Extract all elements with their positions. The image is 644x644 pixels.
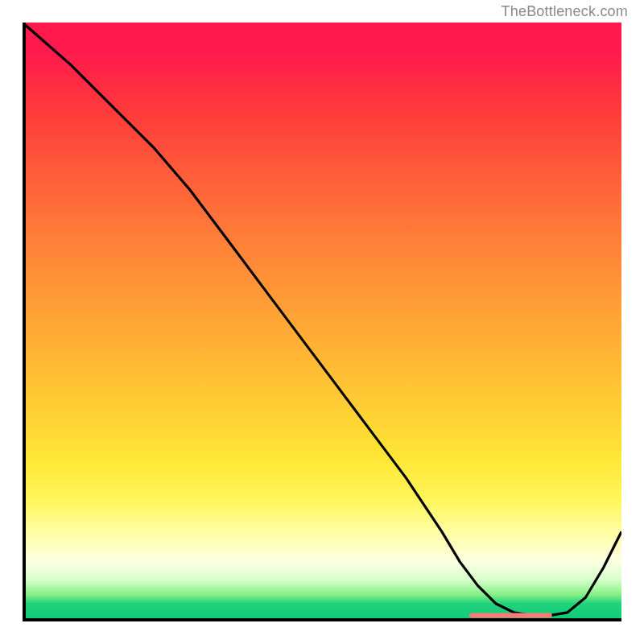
watermark-text: TheBottleneck.com [502,3,628,20]
chart-gradient-background [23,23,621,621]
